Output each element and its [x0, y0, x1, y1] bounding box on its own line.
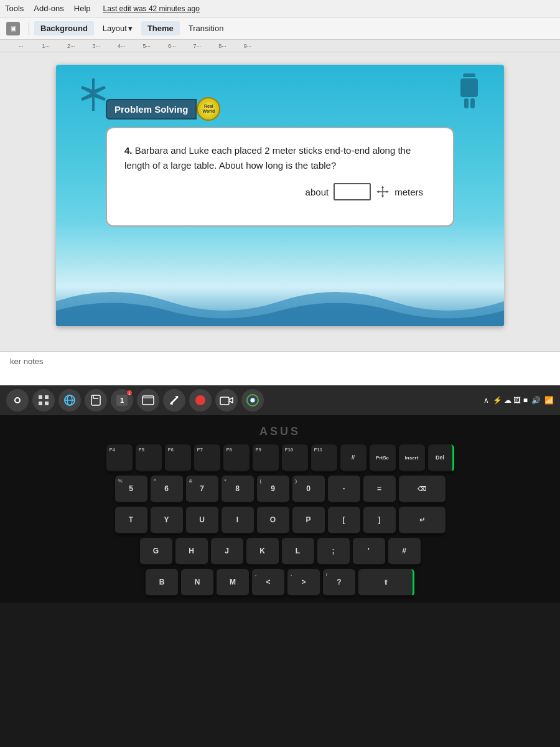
- svg-text:1: 1: [120, 397, 124, 404]
- key-5[interactable]: 5%: [115, 476, 147, 503]
- svg-rect-11: [45, 395, 49, 399]
- key-f6[interactable]: F6: [165, 444, 191, 472]
- problem-text: 4. Barbara and Luke each placed 2 meter …: [124, 143, 436, 173]
- key-K[interactable]: K: [246, 538, 279, 565]
- key-prtsc[interactable]: PrtSc: [370, 444, 396, 472]
- svg-rect-1: [460, 78, 478, 97]
- apps-icon: [38, 395, 49, 406]
- key-U[interactable]: U: [186, 507, 218, 534]
- menu-help[interactable]: Help: [74, 4, 91, 13]
- key-H[interactable]: H: [175, 538, 208, 565]
- problem-solving-label: Problem Solving: [106, 99, 197, 120]
- taskbar-circle-btn[interactable]: [6, 389, 29, 411]
- taskbar-files-btn[interactable]: [85, 389, 107, 411]
- toolbar: ▣ Background Layout▾ Theme Transition: [0, 17, 560, 40]
- notes-area: ker notes: [0, 351, 560, 385]
- key-f9[interactable]: F9: [253, 444, 279, 472]
- key-insert[interactable]: Insert: [399, 444, 425, 472]
- key-T[interactable]: T: [115, 507, 147, 534]
- about-label: about: [306, 187, 329, 197]
- chrome-icon: [246, 393, 259, 407]
- key-f4[interactable]: F4: [106, 444, 133, 472]
- tray-icons: ⚡ ☁ 🖼 ■: [493, 396, 528, 405]
- key-backspace[interactable]: ⌫: [399, 476, 446, 503]
- key-f5[interactable]: F5: [136, 444, 162, 472]
- key-J[interactable]: J: [211, 538, 243, 565]
- transition-button[interactable]: Transition: [182, 21, 230, 35]
- keyboard-zxcv-row: B N M <, >. ?/ ⇧: [12, 569, 548, 596]
- key-period[interactable]: >.: [287, 569, 320, 596]
- key-I[interactable]: I: [222, 507, 254, 534]
- background-button[interactable]: Background: [34, 21, 94, 35]
- key-open-bracket[interactable]: [: [328, 507, 360, 534]
- taskbar-stop-btn[interactable]: [189, 389, 212, 411]
- key-P[interactable]: P: [292, 507, 325, 534]
- meters-label: meters: [394, 187, 423, 197]
- key-L[interactable]: L: [282, 538, 314, 565]
- taskbar-apps-btn[interactable]: [32, 389, 55, 411]
- volume-icon[interactable]: 🔊: [531, 396, 541, 405]
- svg-line-22: [170, 397, 178, 404]
- text-icon: [168, 394, 180, 406]
- key-B[interactable]: B: [146, 569, 178, 596]
- svg-rect-12: [39, 402, 42, 405]
- key-close-bracket[interactable]: ]: [363, 507, 396, 534]
- store-icon: 1: [116, 394, 128, 406]
- key-quote[interactable]: ': [353, 538, 385, 565]
- real-world-badge: Real World: [197, 97, 220, 121]
- key-0[interactable]: 0): [292, 476, 325, 503]
- key-O[interactable]: O: [257, 507, 289, 534]
- slide: Problem Solving Real World 4. Barbara an…: [56, 65, 504, 326]
- key-hash[interactable]: #: [388, 538, 421, 565]
- key-6[interactable]: 6^: [151, 476, 183, 503]
- key-del[interactable]: Del: [428, 444, 454, 472]
- key-f11[interactable]: F11: [311, 444, 337, 472]
- key-enter[interactable]: ↵: [399, 507, 446, 534]
- key-comma[interactable]: <,: [252, 569, 284, 596]
- answer-row: about meters: [124, 183, 436, 200]
- slide-icon: ▣: [6, 22, 20, 35]
- key-equals[interactable]: =: [363, 476, 396, 503]
- move-icon[interactable]: [376, 185, 390, 199]
- key-f12[interactable]: //: [340, 444, 366, 472]
- taskbar-text-btn[interactable]: [163, 389, 185, 411]
- wifi-icon: 📶: [544, 396, 554, 405]
- taskbar-slides-btn[interactable]: [137, 389, 159, 411]
- svg-marker-8: [376, 190, 379, 193]
- key-semicolon[interactable]: ;: [317, 538, 350, 565]
- key-Y[interactable]: Y: [151, 507, 183, 534]
- menu-tools[interactable]: Tools: [5, 4, 24, 13]
- menu-bar: Tools Add-ons Help Last edit was 42 minu…: [0, 0, 560, 17]
- svg-marker-7: [381, 195, 384, 198]
- ruler: ··· 1··· 2··· 3··· 4··· 5··· 6··· 7··· 8…: [0, 40, 560, 52]
- key-M[interactable]: M: [217, 569, 249, 596]
- theme-button[interactable]: Theme: [141, 21, 180, 35]
- key-f8[interactable]: F8: [223, 444, 250, 472]
- key-f7[interactable]: F7: [194, 444, 220, 472]
- camera-icon: [220, 395, 233, 406]
- notes-label: ker notes: [10, 357, 43, 366]
- taskbar-camera-btn[interactable]: [215, 389, 238, 411]
- svg-marker-6: [381, 186, 384, 188]
- taskbar-browser-btn[interactable]: [58, 389, 81, 411]
- key-8[interactable]: 8*: [222, 476, 254, 503]
- taskbar-chrome-btn[interactable]: [241, 389, 264, 411]
- key-slash[interactable]: ?/: [323, 569, 355, 596]
- taskbar-store-btn[interactable]: 1 1: [111, 389, 133, 411]
- tray-arrow: ∧: [483, 396, 489, 405]
- key-rshift[interactable]: ⇧: [358, 569, 414, 596]
- key-7[interactable]: 7&: [186, 476, 218, 503]
- menu-addons[interactable]: Add-ons: [34, 4, 63, 13]
- stop-icon: [195, 395, 206, 406]
- key-minus[interactable]: -: [328, 476, 360, 503]
- key-f10[interactable]: F10: [282, 444, 308, 472]
- layout-button[interactable]: Layout▾: [96, 21, 139, 35]
- svg-rect-17: [91, 395, 100, 405]
- key-9[interactable]: 9(: [257, 476, 289, 503]
- key-N[interactable]: N: [181, 569, 213, 596]
- answer-input[interactable]: [334, 183, 371, 200]
- svg-rect-3: [470, 98, 475, 108]
- browser-icon: [63, 394, 76, 406]
- key-G[interactable]: G: [140, 538, 172, 565]
- svg-rect-10: [39, 395, 42, 399]
